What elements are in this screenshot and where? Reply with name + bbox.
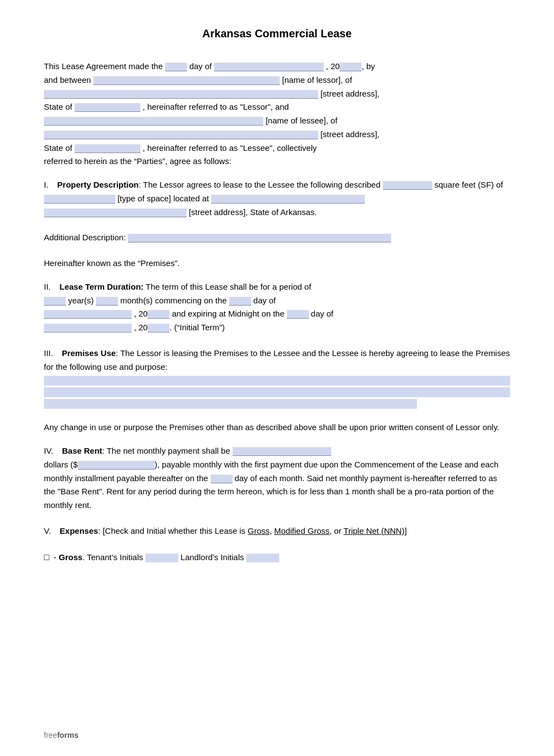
rent-dollar-blank[interactable] (78, 461, 155, 470)
use-purpose-blanks (44, 376, 510, 409)
section-II-text1: The term of this Lease shall be for a pe… (146, 282, 312, 291)
landlord-initials-blank[interactable] (246, 554, 279, 562)
commence-month-blank[interactable] (44, 310, 132, 319)
commence-day-blank[interactable] (229, 297, 251, 306)
section-III: III.Premises Use: The Lessor is leasing … (44, 347, 510, 409)
use-change-para: Any change in use or purpose the Premise… (44, 421, 510, 435)
months-label: month(s) commencing on the (120, 296, 227, 305)
section-I: I.Property Description: The Lessor agree… (44, 178, 510, 219)
commence-year-blank[interactable] (148, 310, 169, 319)
intro-year-pre: , 20 (326, 61, 340, 71)
tenants-initials-label: Tenant’s Initials (87, 552, 143, 562)
gross-underline: Gross (248, 526, 270, 535)
section-II-title: Lease Term Duration: (60, 282, 144, 291)
day-blank[interactable] (165, 63, 187, 71)
section-V-text3: , or (330, 526, 342, 535)
modified-gross-underline: Modified Gross (274, 526, 330, 535)
footer-free: free (44, 731, 57, 740)
intro-paragraph: This Lease Agreement made the day of , 2… (44, 60, 510, 168)
street-address-label1: [street address], (320, 89, 380, 98)
document-title: Arkansas Commercial Lease (44, 27, 510, 40)
initial-term-text: . (“Initial Term”) (169, 323, 225, 332)
year-blank[interactable] (340, 63, 361, 71)
section-V: V.Expenses: [Check and Initial whether t… (44, 524, 510, 538)
years-label: year(s) (68, 296, 94, 305)
section-I-text3: [type of space] located at (117, 194, 209, 203)
lessor-name-label: [name of lessor], of (282, 75, 352, 84)
use-blank-1[interactable] (44, 376, 510, 386)
gross-checkbox[interactable]: □ (44, 552, 49, 562)
additional-desc-label: Additional Description: (44, 233, 126, 242)
section-I-text4: [street address], State of Arkansas. (189, 207, 316, 217)
day-of-label: day of (253, 296, 276, 305)
lessor-name-blank[interactable] (93, 76, 280, 85)
street-address-blank[interactable] (44, 208, 186, 217)
expiry-text: and expiring at Midnight on the (172, 309, 284, 318)
rent-amount-blank[interactable] (233, 447, 331, 456)
expire-day-of: day of (311, 309, 333, 318)
intro-line1-pre: This Lease Agreement made the (44, 61, 163, 71)
year-prefix-2: , 20 (134, 323, 148, 332)
section-III-title: Premises Use (62, 348, 116, 358)
lessee-name-label: [name of lessee], of (265, 116, 337, 125)
sqft-blank[interactable] (383, 181, 432, 190)
lessor-state-blank[interactable] (75, 103, 140, 112)
expire-month-blank[interactable] (44, 324, 132, 332)
gross-label: Gross (59, 552, 82, 562)
section-I-text1: : The Lessor agrees to lease to the Less… (139, 180, 381, 189)
months-blank[interactable] (96, 297, 118, 306)
expire-year-blank[interactable] (148, 324, 169, 332)
parties-agree-text: referred to herein as the “Parties”, agr… (44, 156, 231, 166)
triple-net-underline: Triple Net (NNN) (343, 526, 404, 535)
footer-forms: forms (57, 731, 78, 740)
tenant-initials-blank[interactable] (145, 554, 178, 562)
additional-desc-blank[interactable] (128, 234, 391, 242)
footer: freeforms (44, 731, 78, 740)
section-I-text2: square feet (SF) of (434, 180, 503, 189)
month-blank[interactable] (214, 63, 324, 71)
gross-option-row: □ - Gross. Tenant’s Initials Landlord’s … (44, 550, 510, 565)
section-V-num: V. (44, 526, 51, 535)
premises-text: Hereinafter known as the “Premises”. (44, 258, 180, 268)
premises-known-as: Hereinafter known as the “Premises”. (44, 257, 510, 270)
section-III-num: III. (44, 348, 53, 358)
state-of-1: State of (44, 102, 72, 111)
use-blank-3[interactable] (44, 399, 417, 409)
section-IV-num: IV. (44, 446, 53, 455)
years-blank[interactable] (44, 297, 66, 306)
lessee-referred-text: , hereinafter referred to as "Lessee", c… (143, 143, 316, 153)
state-of-2: State of (44, 143, 72, 153)
intro-and-between: and between (44, 75, 91, 84)
additional-description-section: Additional Description: (44, 231, 510, 245)
section-I-title: Property Description (57, 180, 138, 189)
section-IV: IV.Base Rent: The net monthly payment sh… (44, 444, 510, 512)
year-prefix-1: , 20 (134, 309, 148, 318)
use-blank-2[interactable] (44, 387, 510, 397)
landlords-initials-label: Landlord’s Initials (180, 552, 244, 562)
lessor-referred-text: , hereinafter referred to as "Lessor", a… (143, 102, 289, 111)
section-V-text2: , (270, 526, 272, 535)
space-type-blank[interactable] (44, 195, 115, 204)
section-II-num: II. (44, 282, 51, 291)
lessee-name-blank[interactable] (44, 117, 263, 126)
section-IV-text1: : The net monthly payment shall be (102, 446, 230, 455)
use-change-text: Any change in use or purpose the Premise… (44, 422, 499, 432)
section-V-text1: : [Check and Initial whether this Lease … (98, 526, 245, 535)
expire-day-blank[interactable] (287, 310, 309, 319)
section-V-title: Expenses (60, 526, 98, 535)
section-IV-title: Base Rent (62, 446, 102, 455)
intro-year-post: , by (361, 61, 375, 71)
gross-dash: - (54, 552, 59, 562)
section-V-text4: ] (404, 526, 406, 535)
lessor-address-blank[interactable] (44, 90, 318, 99)
intro-line1-dayof: day of (189, 61, 212, 71)
section-I-num: I. (44, 180, 48, 189)
street-address-label2: [street address], (320, 129, 380, 139)
lessee-address-blank[interactable] (44, 131, 318, 139)
section-II: II.Lease Term Duration: The term of this… (44, 280, 510, 335)
lessee-state-blank[interactable] (75, 144, 140, 153)
location-blank[interactable] (211, 195, 365, 204)
section-IV-text2: dollars ($ (44, 460, 78, 469)
payment-day-blank[interactable] (211, 475, 233, 483)
